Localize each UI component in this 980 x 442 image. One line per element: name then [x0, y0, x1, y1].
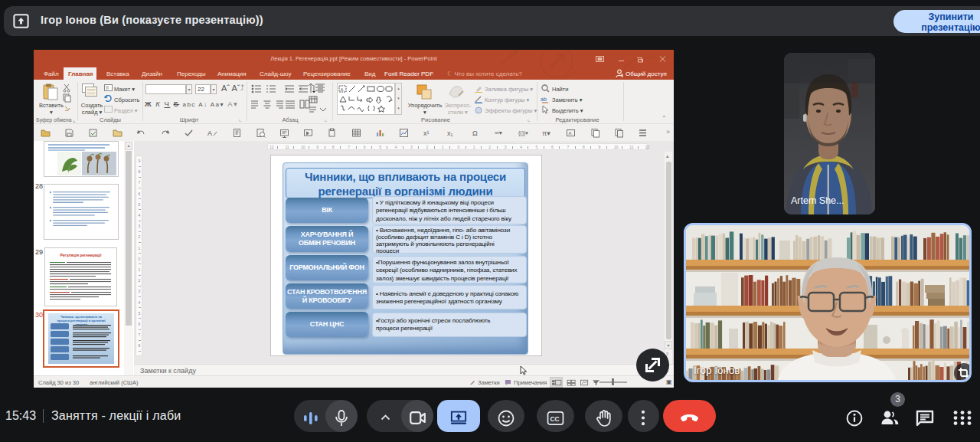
svg-text:x¹: x¹ — [423, 129, 430, 137]
svg-text:ab: ab — [541, 97, 547, 102]
svg-text:x₁: x₁ — [447, 129, 453, 137]
svg-text:A: A — [207, 129, 212, 137]
svg-text:A: A — [569, 131, 572, 136]
svg-text:Ω: Ω — [472, 129, 478, 137]
svg-text:{()}▾: {()}▾ — [518, 130, 528, 136]
svg-text:CC: CC — [550, 415, 559, 423]
svg-text:∞▾: ∞▾ — [495, 129, 502, 136]
svg-text:A: A — [341, 87, 344, 92]
svg-text:π▾: π▾ — [542, 129, 550, 137]
